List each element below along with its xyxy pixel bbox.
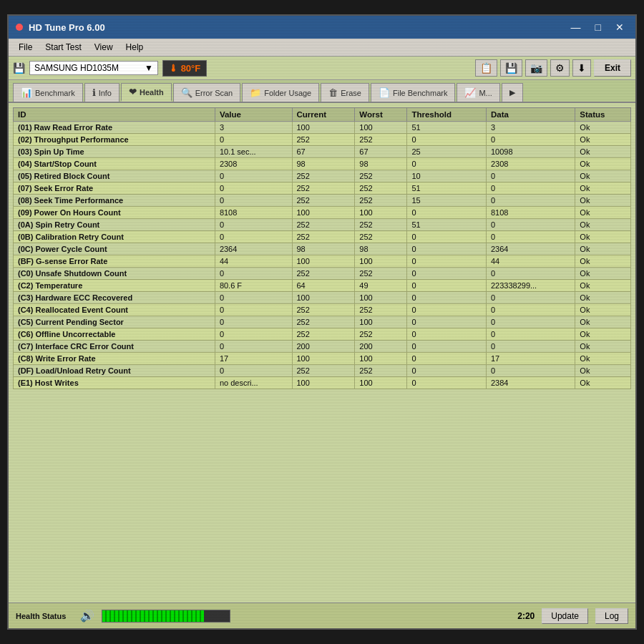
table-cell-0-3: 100: [355, 122, 407, 134]
exit-button[interactable]: Exit: [594, 59, 631, 77]
health-bar-fill: [102, 610, 204, 622]
table-cell-7-5: 8108: [486, 207, 575, 219]
table-cell-15-1: 0: [215, 304, 292, 316]
table-cell-20-1: 0: [215, 365, 292, 377]
update-button[interactable]: Update: [542, 608, 588, 624]
table-cell-6-4: 15: [407, 195, 487, 207]
title-bar-left: HD Tune Pro 6.00: [16, 22, 105, 33]
folder-usage-icon: 📁: [250, 87, 261, 98]
tab-benchmark[interactable]: 📊 Benchmark: [13, 83, 83, 102]
drive-selector[interactable]: SAMSUNG HD1035M ▼: [29, 61, 158, 75]
table-cell-7-0: (09) Power On Hours Count: [14, 207, 215, 219]
main-content: ID Value Current Worst Threshold Data St…: [9, 103, 635, 602]
menu-help[interactable]: Help: [120, 41, 150, 54]
save-icon-btn[interactable]: 💾: [500, 59, 522, 77]
menu-start-test[interactable]: Start Test: [39, 41, 87, 54]
camera-icon-btn[interactable]: 📷: [525, 59, 547, 77]
tab-folder-usage-label: Folder Usage: [264, 89, 311, 97]
time-display: 2:20: [517, 611, 535, 621]
table-cell-5-1: 0: [215, 182, 292, 195]
table-cell-17-0: (C6) Offline Uncorrectable: [14, 328, 215, 341]
table-cell-10-6: Ok: [575, 243, 631, 255]
table-cell-1-4: 0: [407, 134, 487, 146]
tab-erase[interactable]: 🗑 Erase: [321, 83, 369, 102]
table-cell-14-6: Ok: [575, 292, 631, 304]
table-cell-4-3: 252: [355, 170, 407, 182]
col-header-data: Data: [486, 108, 575, 122]
minimize-button[interactable]: —: [567, 20, 585, 34]
table-row: (C0) Unsafe Shutdown Count025225200Ok: [14, 268, 631, 280]
drive-icon: 💾: [13, 62, 25, 74]
col-header-status: Status: [575, 108, 631, 122]
table-cell-18-5: 0: [486, 341, 575, 353]
tab-more[interactable]: 📈 M...: [457, 83, 499, 102]
col-header-current: Current: [292, 108, 355, 122]
table-row: (C7) Interface CRC Error Count020020000O…: [14, 341, 631, 353]
table-cell-18-2: 200: [292, 341, 355, 353]
window-dot: [16, 24, 23, 31]
table-cell-13-1: 80.6 F: [215, 280, 292, 292]
window-title: HD Tune Pro 6.00: [29, 22, 105, 33]
table-row: (08) Seek Time Performance0252252150Ok: [14, 195, 631, 207]
menu-view[interactable]: View: [89, 41, 119, 54]
table-row: (09) Power On Hours Count810810010008108…: [14, 207, 631, 219]
tab-health[interactable]: ❤ Health: [121, 83, 172, 102]
drive-name: SAMSUNG HD1035M: [34, 63, 119, 73]
table-row: (05) Retired Block Count0252252100Ok: [14, 170, 631, 182]
table-cell-13-6: Ok: [575, 280, 631, 292]
benchmark-icon: 📊: [21, 87, 32, 98]
close-button[interactable]: ✕: [611, 20, 628, 34]
table-cell-15-6: Ok: [575, 304, 631, 316]
settings-icon-btn[interactable]: ⚙: [550, 59, 570, 77]
table-cell-18-3: 200: [355, 341, 407, 353]
table-cell-13-2: 64: [292, 280, 355, 292]
table-cell-5-4: 51: [407, 182, 487, 195]
copy-icon-btn[interactable]: 📋: [475, 59, 497, 77]
tab-arrow-more[interactable]: ▶: [502, 83, 523, 102]
tab-folder-usage[interactable]: 📁 Folder Usage: [242, 83, 319, 102]
tab-health-label: Health: [140, 88, 164, 97]
health-bar-container: [102, 610, 230, 623]
tab-info[interactable]: ℹ Info: [84, 83, 119, 102]
table-cell-20-4: 0: [407, 365, 487, 377]
table-cell-4-6: Ok: [575, 170, 631, 182]
table-row: (03) Spin Up Time10.1 sec...67672510098O…: [14, 146, 631, 158]
col-header-worst: Worst: [355, 108, 407, 122]
table-cell-18-0: (C7) Interface CRC Error Count: [14, 341, 215, 353]
table-cell-4-0: (05) Retired Block Count: [14, 170, 215, 182]
table-cell-12-6: Ok: [575, 268, 631, 280]
temperature-display: 🌡 80°F: [162, 60, 207, 77]
table-cell-19-5: 17: [486, 353, 575, 365]
health-status-icon: 🔊: [80, 609, 94, 623]
table-cell-2-5: 10098: [486, 146, 575, 158]
table-cell-13-5: 223338299...: [486, 280, 575, 292]
table-cell-8-5: 0: [486, 219, 575, 231]
table-cell-0-1: 3: [215, 122, 292, 134]
info-icon: ℹ: [92, 87, 96, 98]
table-row: (BF) G-sense Error Rate44100100044Ok: [14, 255, 631, 268]
col-header-value: Value: [215, 108, 292, 122]
table-cell-8-6: Ok: [575, 219, 631, 231]
table-cell-1-0: (02) Throughput Performance: [14, 134, 215, 146]
menu-file[interactable]: File: [13, 41, 38, 54]
table-cell-14-0: (C3) Hardware ECC Recovered: [14, 292, 215, 304]
table-header-row: ID Value Current Worst Threshold Data St…: [14, 108, 631, 122]
table-cell-2-3: 67: [355, 146, 407, 158]
log-button[interactable]: Log: [595, 608, 628, 624]
download-icon-btn[interactable]: ⬇: [572, 59, 591, 77]
table-cell-19-4: 0: [407, 353, 487, 365]
tab-file-benchmark[interactable]: 📄 File Benchmark: [371, 83, 455, 102]
maximize-button[interactable]: □: [591, 20, 605, 34]
table-cell-5-6: Ok: [575, 182, 631, 195]
table-cell-11-1: 44: [215, 255, 292, 268]
table-cell-17-4: 0: [407, 328, 487, 341]
table-cell-16-3: 100: [355, 316, 407, 328]
table-cell-16-4: 0: [407, 316, 487, 328]
tab-error-scan[interactable]: 🔍 Error Scan: [173, 83, 241, 102]
table-row: (C4) Reallocated Event Count025225200Ok: [14, 304, 631, 316]
table-cell-6-1: 0: [215, 195, 292, 207]
table-cell-2-0: (03) Spin Up Time: [14, 146, 215, 158]
table-cell-4-5: 0: [486, 170, 575, 182]
table-cell-18-6: Ok: [575, 341, 631, 353]
table-cell-11-6: Ok: [575, 255, 631, 268]
